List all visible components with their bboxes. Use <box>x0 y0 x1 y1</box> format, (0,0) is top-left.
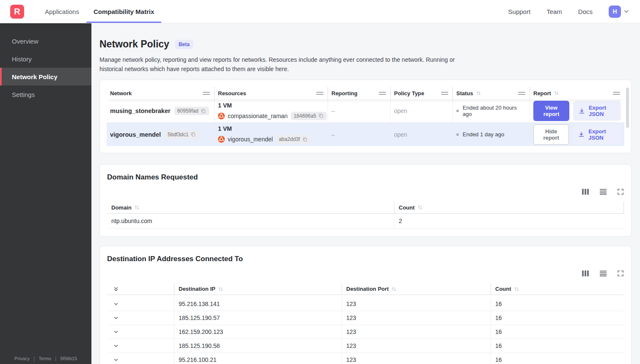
avatar[interactable]: H <box>609 6 621 18</box>
destinations-table: Destination IP Destination Port Count 95… <box>107 283 624 364</box>
network-row: musing_stonebraker 60959fad 1 VM compass… <box>107 99 624 123</box>
resource-id: 184696a5 <box>294 113 316 119</box>
copy-icon[interactable] <box>302 137 308 142</box>
status-cell: Ended about 20 hours ago <box>453 99 530 122</box>
columns-icon[interactable] <box>582 270 589 277</box>
row-density-icon[interactable] <box>599 188 607 195</box>
ubuntu-icon <box>218 113 225 119</box>
destination-ip-cell: 95.216.138.141 <box>174 297 342 311</box>
drag-handle-icon[interactable] <box>379 92 386 95</box>
table-toolbar <box>107 270 624 277</box>
row-expand-chevron[interactable] <box>113 301 119 307</box>
column-header-count: Count <box>491 283 624 295</box>
destination-port-cell: 123 <box>342 311 491 325</box>
export-json-button[interactable]: Export JSON <box>573 125 621 144</box>
destination-row: 162.159.200.123 123 16 <box>107 325 624 339</box>
expand-fullscreen-icon[interactable] <box>617 188 624 195</box>
column-label: Report <box>533 90 551 97</box>
status-text: Ended about 20 hours ago <box>463 105 526 117</box>
domains-card: Domain Names Requested Domain <box>99 164 632 237</box>
policy-type-cell: open <box>391 99 453 122</box>
user-menu[interactable]: H <box>609 6 630 18</box>
expand-all-icon[interactable] <box>113 286 119 292</box>
network-name: musing_stonebraker <box>110 108 171 114</box>
view-report-button[interactable]: View report <box>533 101 569 121</box>
nav-link-docs[interactable]: Docs <box>578 8 593 15</box>
status-cell: Ended 1 day ago <box>453 123 530 146</box>
drag-handle-icon[interactable] <box>203 92 210 95</box>
destination-row: 95.216.100.21 123 16 <box>107 353 624 364</box>
nav-link-team[interactable]: Team <box>546 8 562 15</box>
network-name: vigorous_mendel <box>110 131 161 138</box>
copy-icon[interactable] <box>190 132 196 137</box>
sort-icon[interactable] <box>417 205 423 210</box>
privacy-link[interactable]: Privacy <box>14 356 30 361</box>
sort-icon[interactable] <box>391 287 397 292</box>
sidebar-item-history[interactable]: History <box>0 50 91 68</box>
hide-report-button[interactable]: Hide report <box>533 124 569 145</box>
resources-cell: 1 VM vigorous_mendel aba2dd3f <box>215 123 328 146</box>
column-label: Policy Type <box>394 90 424 97</box>
count-cell: 16 <box>491 353 624 364</box>
destination-port-cell: 123 <box>342 325 491 339</box>
main-content: Network Policy Beta Manage network polic… <box>91 23 640 364</box>
terms-link[interactable]: Terms <box>39 356 51 361</box>
destination-port-cell: 123 <box>342 353 491 364</box>
column-header-network: Network <box>107 87 215 99</box>
column-label: Resources <box>218 90 246 97</box>
row-expand-chevron[interactable] <box>113 343 119 349</box>
column-label: Destination IP <box>179 286 215 292</box>
column-label: Count <box>495 286 511 292</box>
nav-tab-compatibility-matrix[interactable]: Compatibility Matrix <box>86 0 161 23</box>
network-cell: vigorous_mendel 5bdf3dc1 <box>107 123 215 146</box>
scrollbar-thumb[interactable] <box>626 88 629 128</box>
sort-icon[interactable] <box>554 91 559 96</box>
drag-handle-icon[interactable] <box>518 92 525 95</box>
count-cell: 16 <box>491 311 624 325</box>
resources-summary: 1 VM <box>218 125 324 132</box>
drag-handle-icon[interactable] <box>441 92 448 95</box>
row-expand-chevron[interactable] <box>113 315 119 321</box>
sidebar-item-settings[interactable]: Settings <box>0 85 91 103</box>
destination-ip-cell: 95.216.100.21 <box>174 353 342 364</box>
nav-tab-applications[interactable]: Applications <box>38 0 86 23</box>
export-json-button[interactable]: Export JSON <box>573 101 621 121</box>
nav-link-support[interactable]: Support <box>508 8 531 15</box>
expand-all-header <box>107 283 174 295</box>
columns-icon[interactable] <box>582 188 589 195</box>
column-label: Domain <box>111 204 132 211</box>
row-expand-chevron[interactable] <box>113 329 119 335</box>
destination-ip-cell: 185.125.190.57 <box>174 311 342 325</box>
sort-icon[interactable] <box>514 287 519 292</box>
column-label: Reporting <box>331 90 357 97</box>
chevron-down-icon[interactable] <box>623 8 630 15</box>
sort-icon[interactable] <box>476 91 481 96</box>
reporting-cell: – <box>328 123 391 146</box>
table-toolbar <box>107 188 624 195</box>
expand-fullscreen-icon[interactable] <box>617 270 624 277</box>
count-cell: 16 <box>491 339 624 353</box>
column-header-resources: Resources <box>215 87 328 99</box>
reporting-value: – <box>331 131 387 138</box>
networks-table-header: Network Resources Reporting <box>107 87 624 99</box>
destination-row: 185.125.190.57 123 16 <box>107 311 624 325</box>
nav-tab-label: Compatibility Matrix <box>94 8 154 15</box>
sidebar-item-label: History <box>12 55 32 63</box>
column-label: Destination Port <box>346 286 389 292</box>
copy-icon[interactable] <box>318 113 324 119</box>
destinations-card: Destination IP Addresses Connected To <box>99 246 632 364</box>
row-expand-chevron[interactable] <box>113 357 119 363</box>
policy-type-cell: open <box>391 123 453 146</box>
app-logo[interactable]: R <box>10 5 24 19</box>
export-json-label: Export JSON <box>588 128 615 141</box>
drag-handle-icon[interactable] <box>316 92 323 95</box>
drag-handle-icon[interactable] <box>613 92 620 95</box>
sidebar-item-network-policy[interactable]: Network Policy <box>0 68 91 85</box>
sidebar-item-overview[interactable]: Overview <box>0 32 91 50</box>
sort-icon[interactable] <box>134 205 140 210</box>
row-density-icon[interactable] <box>599 270 607 277</box>
sort-icon[interactable] <box>218 287 223 292</box>
copy-icon[interactable] <box>201 108 206 114</box>
network-cell: musing_stonebraker 60959fad <box>107 99 215 122</box>
reporting-cell: – <box>328 99 391 122</box>
